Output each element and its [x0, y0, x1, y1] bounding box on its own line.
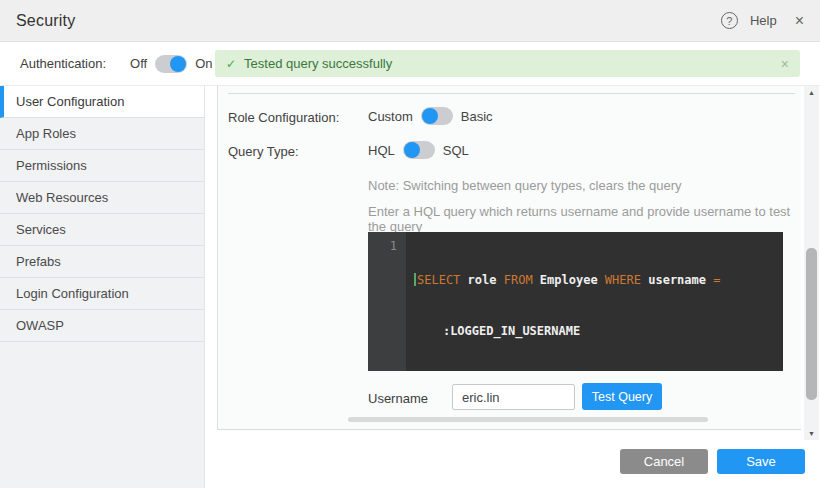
header: Security ? Help ×: [0, 0, 820, 42]
query-type-note: Note: Switching between query types, cle…: [368, 178, 682, 193]
basic-option-label: Basic: [461, 109, 493, 124]
query-type-toggle[interactable]: [403, 141, 435, 159]
editor-gutter: 1: [368, 232, 406, 371]
editor-caret: [414, 273, 416, 286]
save-button[interactable]: Save: [717, 449, 805, 474]
success-banner: ✓ Tested query successfully ×: [215, 50, 800, 77]
vertical-scrollbar-thumb[interactable]: [806, 248, 817, 400]
sidebar-item-permissions[interactable]: Permissions: [0, 150, 204, 182]
toggle-knob: [404, 142, 420, 158]
check-icon: ✓: [226, 57, 236, 71]
help-link[interactable]: Help: [750, 13, 777, 28]
line-number: 1: [390, 239, 397, 253]
authentication-label: Authentication:: [20, 56, 106, 71]
authentication-toggle[interactable]: [155, 55, 187, 73]
user-configuration-panel: Role Configuration: Custom Basic Query T…: [217, 86, 801, 430]
scroll-down-icon[interactable]: ▼: [804, 430, 819, 437]
sidebar-item-label: OWASP: [16, 318, 64, 333]
toggle-knob: [422, 108, 438, 124]
query-hint: Enter a HQL query which returns username…: [368, 204, 801, 234]
cancel-button[interactable]: Cancel: [620, 449, 708, 474]
username-input[interactable]: [452, 384, 575, 410]
help-icon[interactable]: ?: [721, 12, 738, 29]
test-query-button[interactable]: Test Query: [582, 383, 662, 410]
sidebar-item-user-configuration[interactable]: User Configuration: [0, 86, 204, 118]
horizontal-scrollbar-thumb[interactable]: [348, 417, 708, 422]
sidebar: User Configuration App Roles Permissions…: [0, 86, 205, 488]
authentication-on-label: On: [195, 56, 212, 71]
sidebar-item-label: Services: [16, 222, 66, 237]
code-token: FROM: [504, 273, 540, 287]
sidebar-item-owasp[interactable]: OWASP: [0, 310, 204, 342]
authentication-off-label: Off: [130, 56, 147, 71]
sidebar-item-label: User Configuration: [16, 94, 124, 109]
header-actions: ? Help ×: [721, 12, 804, 29]
custom-option-label: Custom: [368, 109, 413, 124]
code-token: Employee: [540, 273, 605, 287]
banner-dismiss-icon[interactable]: ×: [781, 56, 789, 72]
role-configuration-label: Role Configuration:: [228, 110, 339, 125]
sidebar-item-prefabs[interactable]: Prefabs: [0, 246, 204, 278]
sidebar-item-label: Prefabs: [16, 254, 61, 269]
divider: [228, 93, 795, 94]
sql-option-label: SQL: [443, 143, 469, 158]
sidebar-item-label: Login Configuration: [16, 286, 129, 301]
code-token: WHERE: [605, 273, 648, 287]
sidebar-item-web-resources[interactable]: Web Resources: [0, 182, 204, 214]
sidebar-item-login-configuration[interactable]: Login Configuration: [0, 278, 204, 310]
query-type-label: Query Type:: [228, 144, 299, 159]
vertical-scrollbar[interactable]: ▲ ▼: [804, 86, 819, 440]
sidebar-item-app-roles[interactable]: App Roles: [0, 118, 204, 150]
sidebar-item-label: Web Resources: [16, 190, 108, 205]
editor-code: SELECT role FROM Employee WHERE username…: [406, 232, 783, 371]
code-token: role: [468, 273, 504, 287]
sidebar-item-label: App Roles: [16, 126, 76, 141]
role-configuration-control: Custom Basic: [368, 102, 493, 130]
query-code-editor[interactable]: 1 SELECT role FROM Employee WHERE userna…: [368, 232, 783, 371]
page-title: Security: [16, 12, 75, 30]
code-token: =: [713, 273, 720, 287]
username-label: Username: [368, 391, 428, 406]
query-type-control: HQL SQL: [368, 136, 469, 164]
hql-option-label: HQL: [368, 143, 395, 158]
code-line-1: SELECT role FROM Employee WHERE username…: [414, 272, 775, 289]
toolbar: Authentication: Off On ✓ Tested query su…: [0, 42, 820, 86]
close-icon[interactable]: ×: [795, 13, 804, 29]
code-line-2: :LOGGED_IN_USERNAME: [414, 323, 775, 340]
role-configuration-toggle[interactable]: [421, 107, 453, 125]
sidebar-item-services[interactable]: Services: [0, 214, 204, 246]
toggle-knob: [170, 56, 186, 72]
scroll-up-icon[interactable]: ▲: [804, 89, 819, 96]
code-token: username: [648, 273, 713, 287]
sidebar-item-label: Permissions: [16, 158, 87, 173]
banner-message: Tested query successfully: [244, 56, 392, 71]
code-token: SELECT: [417, 273, 468, 287]
